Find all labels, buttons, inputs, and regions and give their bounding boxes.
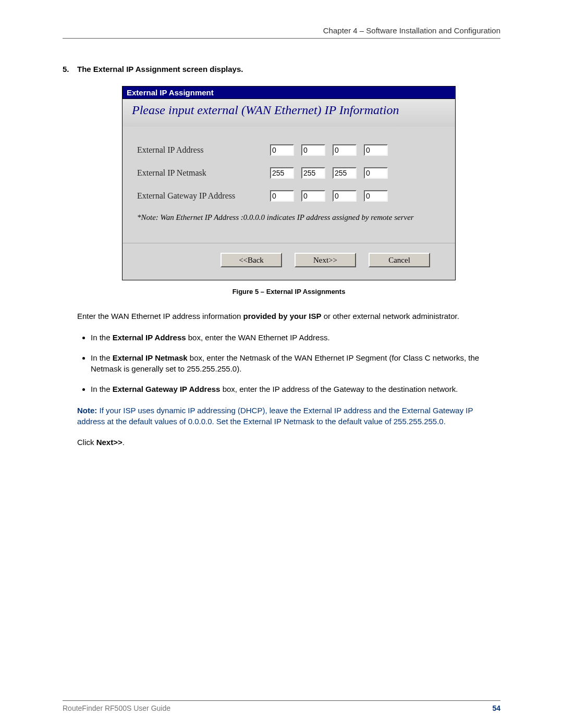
- label-external-ip-netmask: External IP Netmask: [137, 168, 270, 178]
- ext-gw-octet-3[interactable]: [333, 190, 357, 202]
- ext-ip-octet-2[interactable]: [301, 144, 325, 156]
- b3-bold: External Gateway IP Address: [113, 385, 221, 393]
- step-row: 5. The External IP Assignment screen dis…: [63, 65, 500, 73]
- page: Chapter 4 – Software Installation and Co…: [0, 0, 563, 728]
- footer-title: RouteFinder RF500S User Guide: [63, 704, 170, 712]
- ext-ip-octet-4[interactable]: [364, 144, 388, 156]
- ext-netmask-octet-2[interactable]: [301, 167, 325, 179]
- ext-ip-octet-1[interactable]: [270, 144, 294, 156]
- header-rule: [63, 38, 500, 39]
- footer-page-number: 54: [492, 704, 500, 712]
- b1-pre: In the: [91, 333, 113, 342]
- footer-row: RouteFinder RF500S User Guide 54: [63, 704, 500, 712]
- dialog-body: External IP Address External IP Netmask: [123, 127, 455, 280]
- row-external-ip-address: External IP Address: [137, 144, 440, 156]
- label-external-ip-address: External IP Address: [137, 145, 270, 155]
- ext-netmask-octet-4[interactable]: [364, 167, 388, 179]
- back-button[interactable]: <<Back: [221, 253, 282, 267]
- intro-post: or other external network administrator.: [322, 312, 459, 320]
- bullet-2: In the External IP Netmask box, enter th…: [91, 352, 500, 374]
- fields-external-ip-address: [270, 144, 388, 156]
- step-number: 5.: [63, 65, 77, 73]
- next-button[interactable]: Next>>: [295, 253, 356, 267]
- footer-rule: [63, 700, 500, 701]
- dialog-button-row: <<Back Next>> Cancel: [137, 251, 440, 275]
- page-footer: RouteFinder RF500S User Guide 54: [63, 700, 500, 712]
- b3-post: box, enter the IP address of the Gateway…: [220, 385, 458, 393]
- b3-pre: In the: [91, 385, 113, 393]
- click-pre: Click: [77, 438, 96, 447]
- note-label: Note:: [77, 406, 97, 415]
- chapter-header: Chapter 4 – Software Installation and Co…: [63, 26, 500, 35]
- intro-bold: provided by your ISP: [243, 312, 322, 320]
- dialog-banner: Please input external (WAN Ethernet) IP …: [123, 99, 455, 127]
- cancel-button[interactable]: Cancel: [369, 253, 430, 267]
- bullet-1: In the External IP Address box, enter th…: [91, 332, 500, 343]
- note-text: If your ISP uses dynamic IP addressing (…: [77, 406, 473, 426]
- dialog-divider: [123, 243, 455, 243]
- bullet-list: In the External IP Address box, enter th…: [91, 332, 500, 394]
- note-paragraph: Note: If your ISP uses dynamic IP addres…: [77, 405, 500, 427]
- dialog-banner-text: Please input external (WAN Ethernet) IP …: [132, 103, 446, 117]
- row-external-gateway: External Gateway IP Address: [137, 190, 440, 202]
- ext-ip-octet-3[interactable]: [333, 144, 357, 156]
- fields-external-ip-netmask: [270, 167, 388, 179]
- ext-netmask-octet-3[interactable]: [333, 167, 357, 179]
- row-external-ip-netmask: External IP Netmask: [137, 167, 440, 179]
- click-bold: Next>>: [96, 438, 123, 447]
- b2-pre: In the: [91, 353, 113, 362]
- intro-pre: Enter the WAN Ethernet IP address inform…: [77, 312, 243, 320]
- ext-netmask-octet-1[interactable]: [270, 167, 294, 179]
- external-ip-dialog: External IP Assignment Please input exte…: [122, 86, 456, 280]
- intro-paragraph: Enter the WAN Ethernet IP address inform…: [77, 311, 500, 322]
- step-content: External IP Assignment Please input exte…: [77, 86, 500, 448]
- click-post: .: [123, 438, 125, 447]
- ext-gw-octet-2[interactable]: [301, 190, 325, 202]
- b1-post: box, enter the WAN Ethernet IP Address.: [186, 333, 330, 342]
- ext-gw-octet-1[interactable]: [270, 190, 294, 202]
- dialog-note: *Note: Wan Ethernet IP Address :0.0.0.0 …: [137, 213, 440, 222]
- bullet-3: In the External Gateway IP Address box, …: [91, 384, 500, 394]
- b1-bold: External IP Address: [113, 333, 186, 342]
- fields-external-gateway: [270, 190, 388, 202]
- dialog-titlebar: External IP Assignment: [123, 87, 455, 99]
- click-next-paragraph: Click Next>>.: [77, 437, 500, 448]
- ext-gw-octet-4[interactable]: [364, 190, 388, 202]
- step-title: The External IP Assignment screen displa…: [77, 65, 243, 73]
- label-external-gateway: External Gateway IP Address: [137, 191, 270, 201]
- b2-bold: External IP Netmask: [113, 353, 188, 362]
- figure-caption: Figure 5 – External IP Assignments: [77, 288, 500, 295]
